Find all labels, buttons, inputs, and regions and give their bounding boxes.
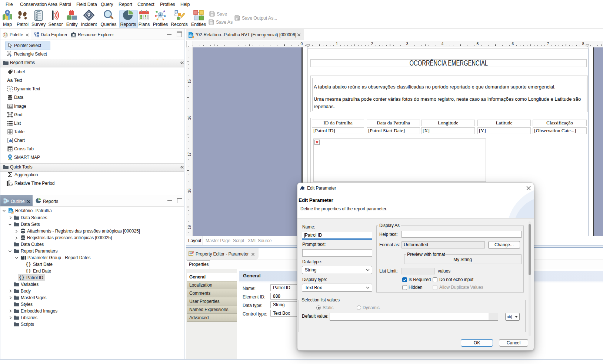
svg-text:T: T [9, 87, 11, 91]
